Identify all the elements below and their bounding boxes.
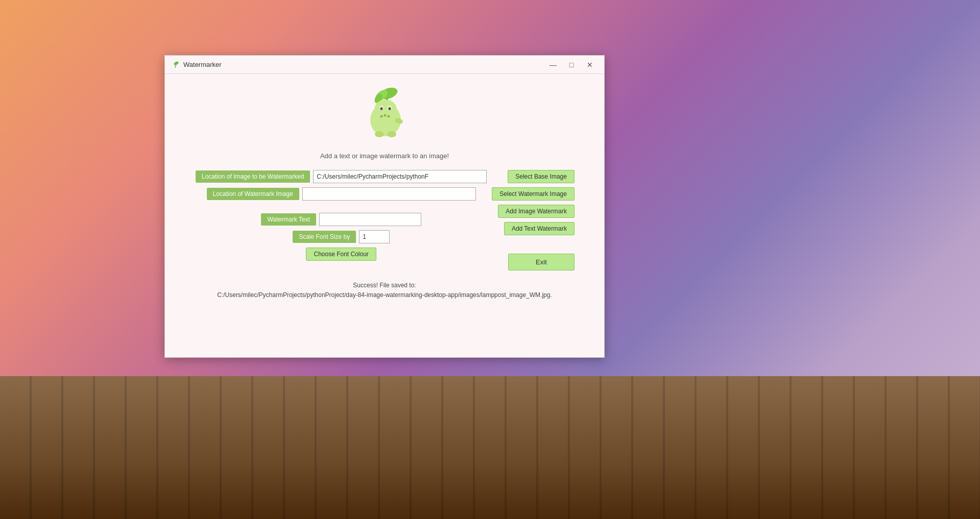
form-right: Select Base Image Select Watermark Image… [492, 170, 575, 270]
status-line1: Success! File saved to: [217, 281, 552, 290]
scale-font-label: Scale Font Size by [293, 231, 356, 243]
watermark-image-label: Location of Watermark Image [207, 188, 299, 200]
base-image-input[interactable] [313, 170, 487, 183]
svg-point-10 [380, 107, 383, 110]
svg-point-12 [380, 115, 383, 118]
close-button[interactable]: ✕ [582, 58, 598, 72]
title-bar-controls: — □ ✕ [545, 58, 598, 72]
status-area: Success! File saved to: C:/Users/milec/P… [217, 281, 552, 300]
maximize-button[interactable]: □ [563, 58, 580, 72]
select-watermark-image-button[interactable]: Select Watermark Image [492, 187, 575, 201]
add-text-watermark-button[interactable]: Add Text Watermark [504, 222, 575, 235]
watermark-text-input[interactable] [319, 213, 421, 226]
watermark-text-label: Watermark Text [261, 213, 316, 226]
add-image-watermark-button[interactable]: Add Image Watermark [498, 205, 575, 218]
exit-button[interactable]: Exit [508, 254, 575, 270]
font-colour-row: Choose Font Colour [196, 248, 487, 261]
svg-point-7 [374, 100, 397, 120]
window-title: Watermarker [183, 61, 222, 68]
minimize-button[interactable]: — [545, 58, 561, 72]
svg-point-14 [388, 115, 390, 118]
form-columns: Location of Image to be Watermarked Loca… [180, 170, 589, 270]
select-base-image-button[interactable]: Select Base Image [508, 170, 575, 183]
application-window: Watermarker — □ ✕ [164, 55, 605, 358]
svg-point-13 [384, 114, 387, 117]
status-line2: C:/Users/milec/PycharmProjects/pythonPro… [217, 290, 552, 300]
window-content: Add a text or image watermark to an imag… [165, 74, 604, 310]
scale-font-row: Scale Font Size by [196, 230, 487, 243]
form-left: Location of Image to be Watermarked Loca… [196, 170, 487, 261]
watermark-text-row: Watermark Text [196, 213, 487, 226]
logo-area [359, 84, 410, 143]
base-image-row: Location of Image to be Watermarked [196, 170, 487, 183]
app-icon [171, 61, 179, 69]
scale-font-input[interactable] [359, 230, 390, 243]
base-image-label: Location of Image to be Watermarked [196, 170, 310, 183]
svg-point-16 [387, 131, 396, 137]
svg-point-15 [375, 131, 384, 137]
choose-font-colour-button[interactable]: Choose Font Colour [306, 248, 376, 261]
svg-point-11 [389, 107, 391, 110]
title-bar: Watermarker — □ ✕ [165, 56, 604, 74]
app-logo [359, 84, 410, 143]
pier-background [0, 376, 980, 519]
watermark-image-input[interactable] [302, 187, 476, 201]
app-subtitle: Add a text or image watermark to an imag… [320, 152, 449, 160]
title-bar-left: Watermarker [171, 61, 222, 69]
watermark-image-row: Location of Watermark Image [196, 187, 487, 201]
